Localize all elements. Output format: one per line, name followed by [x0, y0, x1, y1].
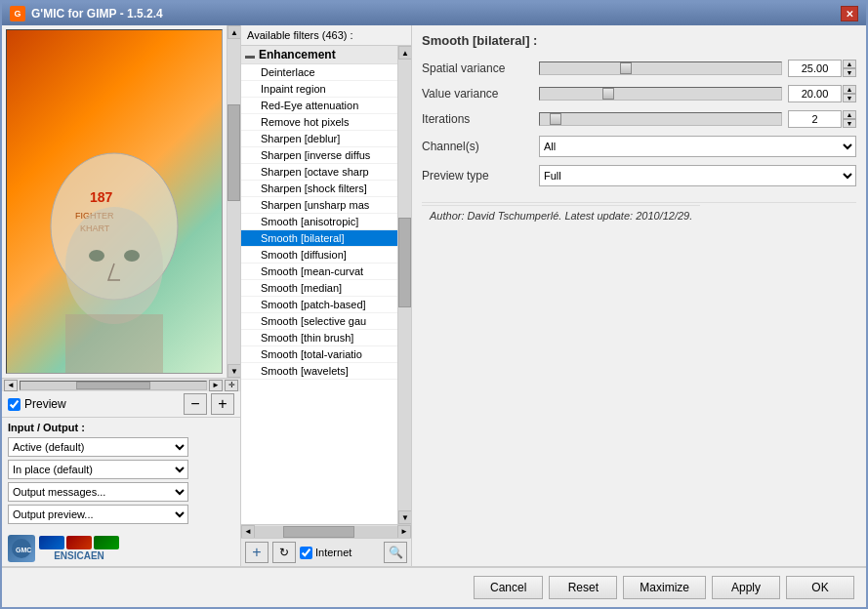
- iterations-spinners: ▲ ▼: [843, 110, 856, 128]
- filter-item[interactable]: Sharpen [shock filters]: [241, 181, 397, 197]
- settings-area: Smooth [bilateral] : Spatial variance 25…: [412, 25, 866, 566]
- output-select[interactable]: In place (default) New layer(s) New imag…: [8, 460, 188, 479]
- filter-vscroll-down[interactable]: ▼: [398, 510, 411, 524]
- hscroll-right-btn[interactable]: ►: [209, 380, 223, 391]
- ok-button[interactable]: OK: [786, 576, 854, 599]
- preview-type-dropdown[interactable]: Full Forward horizontal Forward vertical…: [539, 165, 856, 186]
- value-variance-spinners: ▲ ▼: [843, 85, 856, 102]
- iterations-thumb[interactable]: [550, 113, 561, 125]
- left-panel: 187 FIGHTER KHART: [2, 25, 241, 566]
- filter-header: Available filters (463) :: [241, 25, 411, 46]
- iterations-slider-track[interactable]: [539, 112, 782, 126]
- image-wrapper: 187 FIGHTER KHART: [2, 25, 240, 378]
- title-bar-left: G G'MIC for GIMP - 1.5.2.4: [10, 6, 163, 21]
- search-button[interactable]: 🔍: [384, 542, 407, 563]
- iterations-row: Iterations 2 ▲ ▼: [422, 110, 856, 128]
- preview-output-select[interactable]: Output preview... 1st output 2nd output: [8, 505, 188, 524]
- spatial-variance-up[interactable]: ▲: [843, 60, 856, 68]
- filter-hscroll-thumb[interactable]: [283, 526, 354, 538]
- value-variance-value[interactable]: 20.00: [788, 85, 842, 102]
- filter-item[interactable]: Smooth [thin brush]: [241, 330, 397, 346]
- filter-item[interactable]: Smooth [anisotropic]: [241, 214, 397, 230]
- filter-vscroll-thumb[interactable]: [398, 218, 411, 307]
- filter-item[interactable]: Smooth [diffusion]: [241, 247, 397, 264]
- category-label: Enhancement: [259, 48, 336, 61]
- add-filter-button[interactable]: +: [245, 542, 269, 563]
- zoom-out-button[interactable]: −: [184, 393, 207, 415]
- logo-icon: GMC: [8, 535, 35, 562]
- value-variance-down[interactable]: ▼: [843, 94, 856, 102]
- bottom-buttons: Cancel Reset Maximize Apply OK: [2, 566, 866, 607]
- spatial-variance-thumb[interactable]: [620, 62, 632, 74]
- filter-category-enhancement[interactable]: ▬Enhancement: [241, 46, 397, 64]
- filter-item[interactable]: Inpaint region: [241, 81, 397, 98]
- internet-checkbox[interactable]: [300, 547, 312, 559]
- internet-checkbox-row: Internet: [300, 547, 351, 559]
- filter-item[interactable]: Sharpen [octave sharp: [241, 164, 397, 181]
- filter-item[interactable]: Smooth [selective gau: [241, 313, 397, 330]
- preview-checkbox[interactable]: [8, 398, 21, 411]
- hscroll-left-btn[interactable]: ◄: [4, 380, 18, 391]
- image-area: 187 FIGHTER KHART: [6, 29, 223, 374]
- preview-output-select-row: Output preview... 1st output 2nd output: [8, 505, 234, 524]
- hscroll-add-btn[interactable]: ✛: [225, 380, 238, 391]
- filter-list: ▬EnhancementDeinterlaceInpaint regionRed…: [241, 46, 397, 380]
- filter-item[interactable]: Sharpen [unsharp mas: [241, 197, 397, 214]
- image-vertical-scrollbar[interactable]: ▲ ▼: [227, 25, 240, 378]
- cancel-button[interactable]: Cancel: [474, 576, 543, 599]
- spatial-variance-slider-track[interactable]: [539, 61, 782, 75]
- io-label: Input / Output :: [8, 422, 234, 433]
- apply-button[interactable]: Apply: [712, 576, 780, 599]
- filter-item[interactable]: Red-Eye attenuation: [241, 98, 397, 114]
- channels-label: Channel(s): [422, 140, 539, 153]
- hscroll-thumb[interactable]: [76, 382, 150, 389]
- value-variance-up[interactable]: ▲: [843, 85, 856, 94]
- iterations-down[interactable]: ▼: [843, 119, 856, 128]
- filter-hscroll-left[interactable]: ◄: [241, 525, 255, 539]
- value-variance-thumb[interactable]: [602, 88, 614, 100]
- maximize-button[interactable]: Maximize: [623, 576, 706, 599]
- filter-item[interactable]: Smooth [patch-based]: [241, 297, 397, 313]
- filter-item[interactable]: Smooth [wavelets]: [241, 363, 397, 380]
- vscroll-up-btn[interactable]: ▲: [227, 25, 240, 39]
- filter-item[interactable]: Sharpen [inverse diffus: [241, 147, 397, 164]
- filter-list-scroll: ▬EnhancementDeinterlaceInpaint regionRed…: [241, 46, 397, 524]
- vscroll-thumb[interactable]: [227, 104, 240, 202]
- filter-item[interactable]: Smooth [total-variatio: [241, 346, 397, 363]
- preview-row: Preview − +: [2, 391, 240, 417]
- spatial-variance-value[interactable]: 25.00: [788, 60, 842, 77]
- window-content: 187 FIGHTER KHART: [2, 25, 866, 566]
- filter-vertical-scrollbar[interactable]: ▲ ▼: [397, 46, 411, 524]
- filter-item[interactable]: Deinterlace: [241, 64, 397, 81]
- image-horizontal-scrollbar: ◄ ► ✛: [2, 378, 240, 391]
- filter-item[interactable]: Smooth [bilateral]: [241, 230, 397, 247]
- input-select[interactable]: Active (default) All layers Active & bel…: [8, 437, 188, 457]
- iterations-value[interactable]: 2: [788, 110, 842, 128]
- author-info: Author: David Tschumperlé. Latest update…: [422, 205, 700, 225]
- zoom-in-button[interactable]: +: [211, 393, 234, 415]
- logo-text: ENSICAEN: [39, 550, 119, 561]
- close-button[interactable]: ✕: [841, 6, 858, 21]
- filter-item[interactable]: Smooth [mean-curvat: [241, 264, 397, 280]
- spatial-variance-label: Spatial variance: [422, 61, 539, 75]
- channels-row: Channel(s) All RGBA RGB Red Green Blue A…: [422, 136, 856, 157]
- internet-label[interactable]: Internet: [315, 547, 351, 558]
- spatial-variance-down[interactable]: ▼: [843, 68, 856, 77]
- value-variance-slider-track[interactable]: [539, 87, 782, 101]
- preview-label[interactable]: Preview: [24, 397, 66, 411]
- filter-hscroll-right[interactable]: ►: [397, 525, 411, 539]
- channels-dropdown[interactable]: All RGBA RGB Red Green Blue Alpha: [539, 136, 856, 157]
- messages-select[interactable]: Output messages... None Quiet Verbose: [8, 482, 188, 502]
- io-section: Input / Output : Active (default) All la…: [2, 417, 240, 531]
- filter-vscroll-up[interactable]: ▲: [398, 46, 411, 60]
- iterations-up[interactable]: ▲: [843, 110, 856, 119]
- filter-vscroll-track: [398, 60, 411, 510]
- vscroll-down-btn[interactable]: ▼: [227, 364, 240, 378]
- svg-text:187: 187: [90, 189, 113, 205]
- svg-point-5: [89, 250, 104, 262]
- reset-button[interactable]: Reset: [549, 576, 617, 599]
- filter-item[interactable]: Smooth [median]: [241, 280, 397, 297]
- filter-item[interactable]: Remove hot pixels: [241, 114, 397, 131]
- refresh-button[interactable]: ↻: [272, 542, 296, 563]
- filter-item[interactable]: Sharpen [deblur]: [241, 131, 397, 147]
